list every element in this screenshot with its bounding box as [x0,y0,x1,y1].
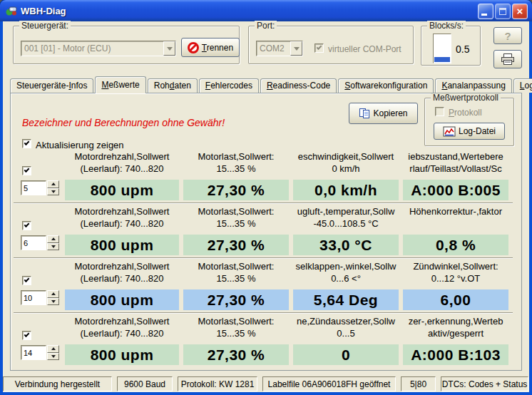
minimize-button[interactable] [478,4,493,19]
tab-strip: Steuergeräte-Infos Meßwerte Rohdaten Feh… [10,76,532,93]
tab-softwarekonfiguration[interactable]: Softwarekonfiguration [338,78,434,93]
row-enable-checkbox[interactable] [22,331,31,340]
measurement-cell: Motorlast,Sollwert:15...35 % 27,30 % [183,259,289,312]
measurement-value: A:000 B:005 [403,180,508,200]
virtual-com-checkbox[interactable] [314,43,324,53]
spin-up-button[interactable] [47,345,59,353]
measurement-cell: Motorlast,Sollwert:15...35 % 27,30 % [183,149,289,202]
tab-readiness-code[interactable]: Readiness-Code [260,78,337,93]
status-dtcs: DTCs: Codes + Status [441,376,528,391]
tab-kanalanpassung[interactable]: Kanalanpassung [435,78,511,93]
measurement-cell: Motordrehzahl,Sollwert(Leerlauf): 740...… [65,259,179,312]
arrow-up-icon [51,292,56,295]
port-group: Port: COM2 virtueller COM-Port [248,26,414,64]
aktualisierung-checkbox[interactable] [22,139,31,148]
blocks-progressbar [433,34,451,63]
row-enable-checkbox[interactable] [22,276,31,285]
measurement-cell: Motordrehzahl,Sollwert(Leerlauf): 740...… [65,204,179,257]
kopieren-button[interactable]: Kopieren [349,103,418,124]
protokoll-checkbox-label: Protokoll [449,108,482,118]
measurement-label: Motorlast,Sollwert:15...35 % [183,315,289,341]
measurement-value: 6,00 [403,289,508,310]
trennen-button-label: Trennen [202,43,233,53]
spin-up-button[interactable] [47,180,59,188]
blocks-group: Blocks/s: 0.5 [421,26,481,66]
close-button[interactable]: × [512,4,528,19]
minimize-icon [481,14,487,16]
measurement-value: 27,30 % [183,180,289,200]
ecu-combobox-dropdown-button[interactable] [163,41,175,56]
messwertprotokoll-group: Meßwertprotokoll Protokoll Log-Datei [424,98,514,146]
measurement-cell: selklappen-,winkel,Sollw0...6 <° 5,64 De… [293,259,399,312]
check-icon [24,332,30,337]
spin-down-button[interactable] [47,298,59,306]
measurement-label: eschwindigkeit,Sollwert0 km/h [293,150,399,176]
measurement-label: Motorlast,Sollwert:15...35 % [183,205,289,231]
check-icon [24,277,30,282]
measurement-label: Motordrehzahl,Sollwert(Leerlauf): 740...… [65,315,179,341]
measurement-row: Motordrehzahl,Sollwert(Leerlauf): 740...… [11,149,522,204]
block-number-input[interactable] [21,290,46,305]
spin-up-button[interactable] [47,290,59,298]
maximize-button[interactable] [495,4,511,19]
print-button[interactable] [493,50,522,68]
measurement-label: iebszustand,Wertebererlauf/Teillast/Voll… [403,150,508,176]
block-number-spinner [21,345,59,360]
measurement-value: 27,30 % [183,235,289,255]
log-datei-button[interactable]: Log-Datei [434,123,505,140]
client-area: Steuergerät: 001 [01] - Motor (ECU) Tren… [3,21,529,392]
help-button[interactable]: ? [493,27,522,44]
measurement-label: Motordrehzahl,Sollwert(Leerlauf): 740...… [65,205,179,231]
measurement-cell: zer-,erkennung,Wertebaktiv/gesperrt A:00… [403,314,508,366]
kopieren-button-label: Kopieren [373,108,407,118]
messwertprotokoll-group-label: Meßwertprotokoll [431,93,501,103]
disclaimer-text: Bezeichner und Berechnungen ohne Gewähr! [22,117,225,128]
measurement-label: zer-,erkennung,Wertebaktiv/gesperrt [403,315,508,341]
measurement-label: Motordrehzahl,Sollwert(Leerlauf): 740...… [65,150,179,176]
maximize-icon [499,8,506,15]
spin-down-button[interactable] [47,188,59,196]
arrow-up-icon [51,237,56,240]
tab-fehlercodes[interactable]: Fehlercodes [199,78,259,93]
measurement-cell: Höhenkorrektur-,faktor 0,8 % [403,204,508,257]
measurement-cell: eschwindigkeit,Sollwert0 km/h 0,0 km/h [293,149,399,202]
tab-steuergeraete-infos[interactable]: Steuergeräte-Infos [10,78,93,93]
measurement-value: A:000 B:103 [403,344,508,365]
measurement-cell: ne,Zündaussetzer,Sollw0...5 0 [293,314,399,366]
block-number-input[interactable] [21,235,46,250]
status-connection: Verbindung hergestellt [3,376,112,391]
tab-rohdaten[interactable]: Rohdaten [148,78,198,93]
tab-login[interactable]: Login [513,78,532,93]
spin-up-button[interactable] [47,235,59,243]
protokoll-checkbox[interactable] [435,107,444,116]
arrow-up-icon [51,183,56,185]
port-combobox[interactable]: COM2 [256,41,303,56]
chevron-down-icon [294,47,300,51]
port-combobox-dropdown-button[interactable] [290,41,302,56]
app-icon [6,5,17,16]
port-group-label: Port: [255,21,277,31]
copy-icon [359,108,370,119]
tab-messwerte[interactable]: Meßwerte [95,76,145,93]
messwerte-panel: Bezeichner und Berechnungen ohne Gewähr!… [10,93,522,371]
measurement-cell: ugluft-,temperatur,Sollw-45.0...108.5 °C… [293,204,399,257]
measurement-label: ne,Zündaussetzer,Sollw0...5 [293,315,399,341]
row-enable-checkbox[interactable] [22,166,31,175]
blocks-value: 0.5 [456,43,469,55]
arrow-down-icon [51,355,56,358]
measurement-label: selklappen-,winkel,Sollw0...6 <° [293,260,399,286]
block-number-input[interactable] [21,180,46,195]
measurement-value: 27,30 % [183,344,289,365]
row-enable-checkbox[interactable] [22,221,31,230]
trennen-button[interactable]: Trennen [181,38,240,57]
measurement-cell: Motordrehzahl,Sollwert(Leerlauf): 740...… [65,314,179,366]
status-protocol: Protokoll: KW 1281 [178,376,257,391]
measurement-value: 5,64 Deg [293,289,399,310]
chart-log-icon [443,126,456,137]
measurement-label: Zündwinkel,Sollwert:0...12 °v.OT [403,260,508,286]
spin-down-button[interactable] [47,353,59,361]
block-number-input[interactable] [21,345,46,360]
spin-down-button[interactable] [47,243,59,251]
ecu-combobox[interactable]: 001 [01] - Motor (ECU) [21,41,176,56]
block-number-spinner [21,290,59,305]
